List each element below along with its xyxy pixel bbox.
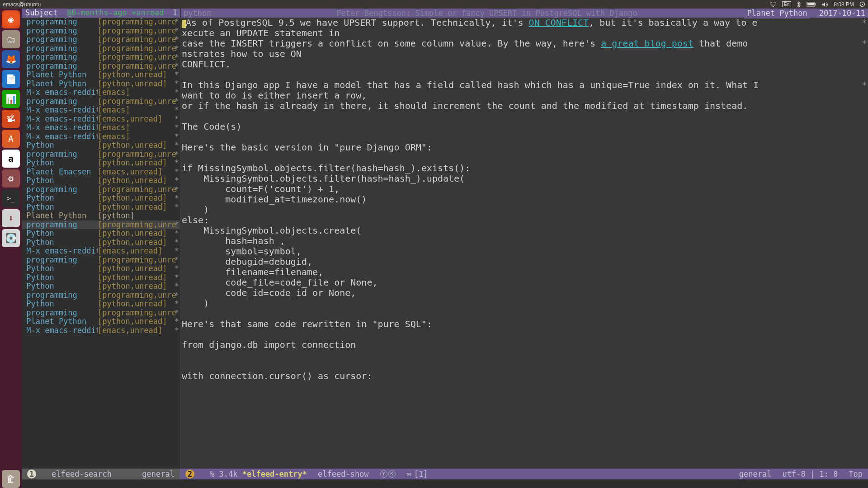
feed-subject: programming: [22, 185, 98, 194]
feed-row[interactable]: Planet Python[python,unread]*: [22, 317, 180, 326]
feed-row[interactable]: programming[programming,unre*: [22, 150, 180, 159]
feed-row[interactable]: programming[programming,unre*: [22, 309, 180, 318]
truncate-indicator: *: [175, 106, 179, 115]
truncate-indicator: *: [175, 247, 179, 256]
feed-row[interactable]: M-x emacs-reddit[emacs]*: [22, 132, 180, 141]
clock[interactable]: 8:08 PM: [834, 1, 854, 8]
truncate-indicator: *: [175, 273, 179, 282]
writer-icon[interactable]: 📄: [2, 70, 20, 88]
gear-icon[interactable]: [859, 1, 865, 7]
feed-row[interactable]: Python[python,unread]*: [22, 194, 180, 203]
settings-icon[interactable]: ⚙: [2, 169, 20, 188]
feed-tags: [emacs]: [98, 106, 130, 115]
volume-icon[interactable]: [822, 2, 828, 7]
feed-row[interactable]: M-x emacs-reddit[emacs,unread]*: [22, 247, 180, 256]
feed-subject: programming: [22, 309, 98, 318]
minibuffer[interactable]: [22, 479, 868, 488]
feed-row[interactable]: programming[programming,unre*: [22, 97, 180, 106]
feed-subject: programming: [22, 44, 98, 53]
feed-row[interactable]: Python[python,unread]*: [22, 203, 180, 212]
feed-subject: Planet Emacsen: [22, 168, 98, 177]
feed-subject: Python: [22, 176, 98, 185]
feed-tags: [programming,unre: [98, 185, 176, 194]
ubuntu-dash-icon[interactable]: ◉: [2, 10, 20, 28]
feed-row[interactable]: Python[python,unread]*: [22, 300, 180, 309]
elfeed-search-pane[interactable]: Subject @6-months-ago +unread 1 programm…: [22, 9, 180, 469]
feed-row[interactable]: programming[programming,unre*: [22, 256, 180, 265]
feed-tags: [programming,unre: [98, 62, 176, 71]
truncate-indicator: *: [175, 115, 179, 124]
feed-tags: [python]: [98, 211, 135, 221]
feed-row[interactable]: Python[python,unread]*: [22, 159, 180, 168]
bluetooth-icon[interactable]: [797, 1, 801, 8]
battery-icon[interactable]: [807, 2, 816, 7]
truncate-indicator: *: [175, 221, 179, 230]
elfeed-entry-pane[interactable]: python Peter Bengtsson: Simple or fancy …: [180, 9, 868, 469]
feed-row[interactable]: Python[python,unread]*: [22, 282, 180, 291]
trash-icon[interactable]: 🗑: [2, 470, 20, 488]
feed-tags: [programming,unre: [98, 97, 176, 106]
calc-icon[interactable]: 📊: [2, 90, 20, 108]
feed-row[interactable]: programming[programming,unre*: [22, 185, 180, 194]
feed-row[interactable]: Planet Emacsen[emacs,unread]*: [22, 168, 180, 177]
feed-subject: M-x emacs-reddit: [22, 88, 98, 97]
amazon-icon[interactable]: a: [2, 150, 20, 168]
elfeed-entry-header: python Peter Bengtsson: Simple or fancy …: [181, 9, 868, 18]
section-heading: The Code(s): [182, 121, 241, 132]
feed-row[interactable]: Planet Python[python,unread]*: [22, 70, 180, 80]
feed-row[interactable]: programming[programming,unre*: [22, 44, 180, 53]
impress-icon[interactable]: 📽: [2, 110, 20, 128]
truncate-indicator: *: [175, 159, 179, 168]
feed-row[interactable]: programming[programming,unre*: [22, 53, 180, 62]
feed-row[interactable]: programming[programming,unre*: [22, 27, 180, 36]
feed-tags: [programming,unre: [98, 18, 176, 27]
svg-point-5: [862, 4, 863, 5]
feed-row[interactable]: Python[python,unread]*: [22, 264, 180, 273]
feed-row[interactable]: programming[programming,unre*: [22, 18, 180, 27]
encoding: utf-8 | 1: 0: [777, 469, 843, 479]
transmission-icon[interactable]: ⬇: [2, 209, 20, 227]
feed-row[interactable]: M-x emacs-reddit[emacs]*: [22, 88, 180, 97]
feed-row[interactable]: programming[programming,unre*: [22, 221, 180, 230]
feed-row[interactable]: programming[programming,unre*: [22, 62, 180, 71]
feed-row[interactable]: Python[python,unread]*: [22, 273, 180, 282]
feed-list[interactable]: programming[programming,unre* programmin…: [22, 18, 180, 335]
feed-row[interactable]: M-x emacs-reddit[emacs]*: [22, 106, 180, 115]
feed-row[interactable]: Python[python,unread]*: [22, 141, 180, 150]
feed-row[interactable]: Python[python,unread]*: [22, 229, 180, 238]
feed-row[interactable]: programming[programming,unre*: [22, 291, 180, 300]
feed-row[interactable]: Planet Python[python,unread]*: [22, 80, 180, 89]
feed-subject: programming: [22, 62, 98, 71]
terminal-icon[interactable]: >_: [2, 189, 20, 207]
article-body: As of PostgreSQL 9.5 we have UPSERT supp…: [181, 18, 868, 381]
software-icon[interactable]: A: [2, 130, 20, 148]
feed-row[interactable]: M-x emacs-reddit[emacs,unread]*: [22, 326, 180, 335]
feed-tags: [programming,unre: [98, 221, 176, 230]
feed-tags: [programming,unre: [98, 27, 176, 36]
disk-icon[interactable]: 💽: [2, 229, 20, 247]
feed-row[interactable]: M-x emacs-reddit[emacs,unread]*: [22, 115, 180, 124]
feed-subject: Python: [22, 229, 98, 238]
feed-subject: M-x emacs-reddit: [22, 106, 98, 115]
link-blog-post[interactable]: a great blog post: [601, 38, 693, 49]
feed-row[interactable]: Planet Python[python]: [22, 211, 180, 221]
feed-row[interactable]: Python[python,unread]*: [22, 176, 180, 185]
feed-subject: programming: [22, 221, 98, 230]
truncate-indicator: *: [175, 309, 179, 318]
feed-tags: [programming,unre: [98, 53, 176, 62]
major-mode: elfeed-show: [312, 469, 374, 479]
feed-row[interactable]: M-x emacs-reddit[emacs]*: [22, 123, 180, 132]
gnome-top-panel: emacs@ubuntu En 8:08 PM: [0, 0, 868, 9]
firefox-icon[interactable]: 🦊: [2, 50, 20, 68]
link-on-conflict[interactable]: ON CONFLICT: [529, 17, 589, 28]
truncate-indicator: *: [175, 317, 179, 326]
mail-indicator: [1]: [401, 469, 434, 479]
truncate-indicator: *: [175, 238, 179, 247]
wifi-icon[interactable]: [769, 2, 777, 7]
keyboard-indicator[interactable]: En: [782, 1, 791, 7]
feed-subject: programming: [22, 150, 98, 159]
feed-row[interactable]: programming[programming,unre*: [22, 35, 180, 44]
feed-row[interactable]: Python[python,unread]*: [22, 238, 180, 247]
files-icon[interactable]: 🗂: [2, 30, 20, 48]
feed-tags: [emacs,unread]: [98, 115, 162, 124]
